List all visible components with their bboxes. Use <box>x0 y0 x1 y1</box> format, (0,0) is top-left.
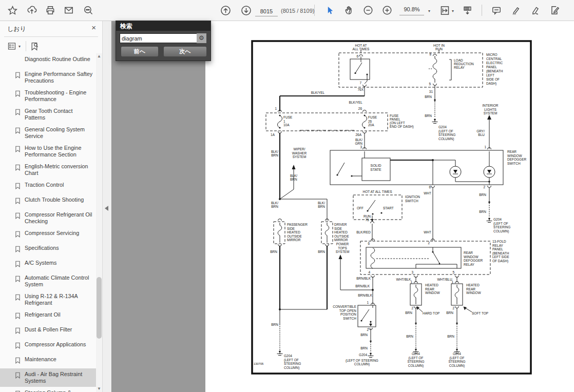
diagram-label: 3 <box>360 145 362 149</box>
select-cursor-icon[interactable] <box>323 5 336 16</box>
diagram-label: HARD TOP <box>423 311 439 315</box>
diagram-label: BRN <box>360 346 368 350</box>
bookmark-icon <box>14 71 21 81</box>
bookmark-item[interactable]: Maintenance <box>0 354 96 368</box>
scrollbar-thumb[interactable] <box>97 277 102 339</box>
bookmark-label: Specifications <box>25 245 59 251</box>
zoom-level-value[interactable]: 90.8% <box>399 6 424 15</box>
bookmark-icon <box>14 145 21 154</box>
diagram-label: BRN <box>447 335 454 338</box>
email-icon[interactable] <box>63 5 75 16</box>
search-input[interactable] <box>120 33 202 43</box>
bookmark-item[interactable]: Traction Control <box>0 179 96 194</box>
pdf-page: HOT ATALL TIMESHOT INRUN68LOADREDUCTIONR… <box>205 21 574 392</box>
diagram-label: BRN/BLK <box>356 277 371 280</box>
search-previous-button[interactable]: 前へ <box>121 46 159 57</box>
comment-icon[interactable] <box>490 5 503 16</box>
bookmark-item[interactable]: Engine Performance Saftey Precautions <box>0 68 96 87</box>
document-viewport[interactable]: HOT ATALL TIMESHOT INRUN68LOADREDUCTIONR… <box>111 21 574 392</box>
bookmark-icon <box>14 371 21 381</box>
bookmark-item[interactable]: General Cooling System Service <box>0 124 96 142</box>
share-upload-icon[interactable] <box>26 5 38 16</box>
collapse-panel-icon[interactable] <box>105 206 108 211</box>
diagram-label: INTERIORLIGHTSSYSTEM <box>482 104 498 115</box>
bookmark-item[interactable]: English-Metric conversion Chart <box>0 161 96 179</box>
bookmark-item[interactable]: Audi - Air Bag Restraint Systems <box>0 368 96 387</box>
bookmark-item[interactable]: Compressor Applications <box>0 339 96 354</box>
search-next-button[interactable]: 次へ <box>163 46 207 57</box>
bookmark-item[interactable]: Compressor Refrigerant Oil Checking <box>0 209 96 227</box>
page-number-input[interactable] <box>255 6 278 16</box>
bookmark-label: Compressor Applications <box>25 341 86 348</box>
bookmark-label: Diagnostic Routine Outline <box>25 56 90 63</box>
diagram-label: BRN <box>425 114 432 117</box>
diagram-label: BLK/BRN <box>290 174 297 181</box>
bookmark-label: Maintenance <box>25 356 56 363</box>
diagram-label: MICROCENTRALELECTRICPANEL(BENEATHLEFTSID… <box>486 53 503 86</box>
edit-document-icon[interactable] <box>549 5 561 16</box>
scroll-mode-icon[interactable] <box>461 5 473 16</box>
star-icon[interactable] <box>6 5 18 16</box>
bookmark-item[interactable]: Using R-12 & R-134A Refrigerant <box>0 290 96 309</box>
highlighter-icon[interactable] <box>510 5 522 16</box>
bookmark-item[interactable]: Gear Tooth Contact Patterns <box>0 105 96 124</box>
bookmark-icon <box>14 127 21 136</box>
diagram-label: GRY/BLU <box>476 129 485 136</box>
diagram-label: 76X <box>357 88 363 91</box>
scroll-up-icon[interactable]: ▲ <box>96 53 102 60</box>
diagram-label: 8 <box>429 52 431 56</box>
bookmark-item[interactable]: Compressor Servicing <box>0 227 96 242</box>
bookmark-options-icon[interactable] <box>6 41 17 52</box>
diagram-label: BRN <box>406 335 413 338</box>
bookmark-item[interactable]: A/C Systems <box>0 257 96 272</box>
bookmark-icon <box>14 90 21 99</box>
bookmark-item[interactable]: Troubleshooting - Engine Performance <box>0 87 96 105</box>
bookmark-icon <box>14 342 21 351</box>
bookmark-label: Clutch Trouble Shooting <box>25 197 84 203</box>
find-current-bookmark-icon[interactable] <box>29 41 40 52</box>
diagram-label: FUSE110A <box>283 115 293 127</box>
diagram-label: BLK/YEL <box>311 91 325 94</box>
diagram-label: BRN <box>425 95 432 99</box>
toolbar: (8015 / 8109) 90.8% ▾ ▾ <box>0 0 574 21</box>
bookmark-icon <box>14 275 21 284</box>
page-up-icon[interactable] <box>219 5 232 16</box>
bookmark-icon <box>14 108 21 117</box>
sidebar-scrollbar[interactable]: ▲ ▼ <box>96 53 102 392</box>
bookmark-item[interactable]: Diagnostic Routine Outline <box>0 53 96 68</box>
diagram-label: G204(LEFT OFSTEERINGCOLUMN) <box>438 125 455 141</box>
bookmark-item[interactable]: Automatic Climate Control System <box>0 272 96 290</box>
scroll-down-icon[interactable]: ▼ <box>96 386 102 392</box>
bookmark-item[interactable]: Dust & Pollen Filter <box>0 324 96 339</box>
search-options-gear-icon[interactable]: ⚙ <box>197 33 206 43</box>
fill-sign-icon[interactable] <box>529 5 542 16</box>
diagram-label: WHT <box>424 191 431 195</box>
page-fit-caret[interactable]: ▾ <box>452 9 454 13</box>
bookmark-item[interactable]: How to Use the Engine Performance Sectio… <box>0 142 96 161</box>
zoom-dropdown-caret[interactable]: ▾ <box>428 9 430 13</box>
bookmarks-close-icon[interactable]: × <box>91 23 96 32</box>
panel-splitter[interactable] <box>102 21 112 392</box>
diagram-labels: HOT ATALL TIMESHOT INRUN68LOADREDUCTIONR… <box>254 44 527 370</box>
zoom-in-icon[interactable] <box>381 5 393 16</box>
diagram-label: 1 <box>367 301 369 304</box>
search-close-icon[interactable]: × <box>120 22 207 29</box>
bookmark-label: Using R-12 & R-134A Refrigerant <box>25 293 93 306</box>
bookmark-item[interactable]: Clutch Trouble Shooting <box>0 194 96 209</box>
diagram-label: 13-FOLDRELAYPANEL(BENEATHLEFT SIDEOF DAS… <box>492 240 509 263</box>
hand-tool-icon[interactable] <box>343 5 355 16</box>
diagram-label: 6 <box>356 54 358 58</box>
print-icon[interactable] <box>44 5 56 16</box>
bookmark-item[interactable]: Specifications <box>0 242 96 257</box>
page-fit-icon[interactable] <box>438 5 451 16</box>
diagram-label: REARWINDOWDEFOGGERRELAY <box>464 251 483 266</box>
page-down-icon[interactable] <box>240 5 252 16</box>
search-icon[interactable] <box>82 5 94 16</box>
diagram-label: WHT <box>424 230 431 234</box>
bookmark-item[interactable]: Steering Column & Steering Wheel <box>0 387 96 392</box>
search-dialog-titlebar[interactable]: 検索 × <box>116 21 211 31</box>
zoom-out-icon[interactable] <box>362 5 374 16</box>
bookmark-item[interactable]: Refrigerant Oil <box>0 309 96 324</box>
bookmark-options-caret[interactable]: ▾ <box>18 44 21 49</box>
diagram-label: BRN <box>405 311 412 315</box>
